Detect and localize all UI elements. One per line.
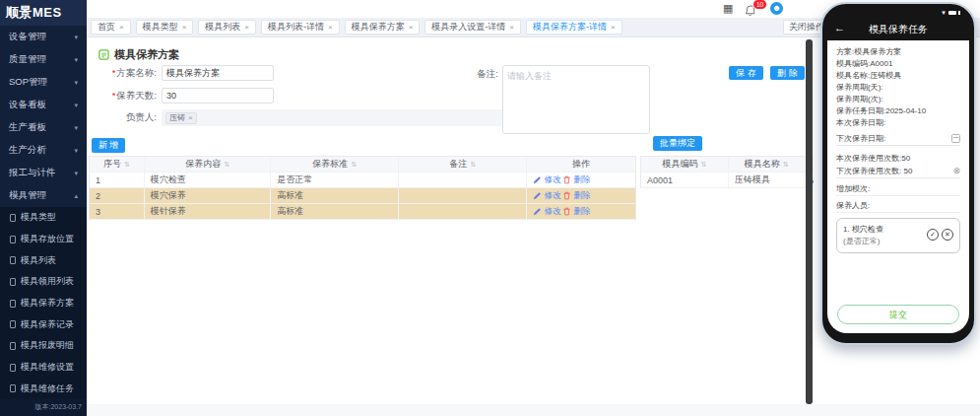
plan-name-input[interactable] [162, 65, 274, 81]
table-header-row: 序号⇅ 保养内容⇅ 保养标准⇅ 备注⇅ 操作 [90, 157, 635, 173]
tab-home[interactable]: 首页 × [91, 20, 131, 35]
tab-mold-list-detail[interactable]: 模具列表-详情 × [261, 20, 340, 35]
add-item-button[interactable]: 新增 [92, 138, 125, 153]
sidebar-item-repair-task[interactable]: 模具维修任务 [0, 379, 87, 400]
close-icon[interactable]: × [244, 23, 249, 32]
info-current-date: 本次保养日期: [836, 117, 960, 129]
trash-icon[interactable] [562, 191, 571, 200]
next-count-field[interactable]: 下次保养使用次数: 50 ⊗ [836, 165, 960, 178]
cross-circle-button[interactable]: ✕ [942, 229, 953, 241]
table-row[interactable]: 1 模穴检查 是否正常 修改 删除 [90, 173, 635, 188]
delete-link[interactable]: 删除 [573, 174, 590, 186]
edit-link[interactable]: 修改 [544, 174, 560, 186]
sidebar-group-prod-board[interactable]: 生产看板 ▾ [0, 116, 87, 139]
tab-label: 模具保养方案 [352, 21, 405, 34]
next-date-field[interactable]: 下次保养日期: [836, 132, 960, 146]
calendar-icon[interactable] [951, 134, 960, 143]
sidebar-group-equipment[interactable]: 设备管理 ▾ [0, 26, 87, 48]
sort-icon[interactable]: ⇅ [224, 161, 229, 169]
file-icon [10, 236, 16, 243]
table-row[interactable]: A0001 压铸模具 [641, 173, 814, 188]
check-circle-button[interactable]: ✓ [927, 229, 939, 241]
close-icon[interactable]: × [182, 23, 187, 32]
add-count-field[interactable]: 增加模次: [836, 182, 960, 196]
sort-icon[interactable]: ⇅ [351, 161, 357, 169]
tab-entry-setting-detail[interactable]: 模具录入设置-详情 × [425, 20, 521, 35]
col-no[interactable]: 序号⇅ [90, 157, 145, 172]
sidebar-item-mold-location[interactable]: 模具存放位置 [0, 229, 87, 250]
tab-mold-list[interactable]: 模具列表 × [198, 20, 256, 35]
edit-icon[interactable] [533, 191, 542, 200]
sort-icon[interactable]: ⇅ [470, 161, 476, 169]
col-mold-code[interactable]: 模具编码⇅ [641, 157, 729, 172]
edit-link[interactable]: 修改 [544, 206, 560, 218]
sidebar-item-mold-type[interactable]: 模具类型 [0, 207, 87, 229]
tab-maintenance-plan-detail[interactable]: 模具保养方案-详情 × [526, 20, 622, 35]
back-arrow-icon[interactable]: ← [834, 22, 845, 34]
col-content[interactable]: 保养内容⇅ [145, 157, 272, 172]
table-row[interactable]: 2 模穴保养 高标准 修改 删除 [90, 188, 635, 204]
file-icon [10, 278, 16, 286]
table-row[interactable]: 3 模针保养 高标准 修改 删除 [90, 204, 635, 220]
submit-button[interactable]: 提交 [837, 305, 959, 324]
sidebar-item-maintenance-plan[interactable]: 模具保养方案 [0, 293, 87, 314]
delete-button[interactable]: 删除 [770, 66, 805, 80]
edit-link[interactable]: 修改 [544, 190, 560, 202]
sidebar-item-mold-borrow-list[interactable]: 模具领用列表 [0, 271, 87, 293]
sidebar-submenu-mold: 模具类型 模具存放位置 模具列表 模具领用列表 模具保养方案 模具保养记录 [0, 207, 87, 399]
sidebar-item-label: 模具存放位置 [21, 233, 74, 245]
sidebar-group-equip-board[interactable]: 设备看板 ▾ [0, 94, 87, 116]
sidebar-nav: 设备管理 ▾ 质量管理 ▾ SOP管理 ▾ 设备看板 ▾ 生产看板 ▾ 生产分析… [0, 26, 87, 399]
close-icon[interactable]: × [409, 23, 414, 32]
trash-icon[interactable] [562, 207, 571, 216]
owner-tag: 压铸 × [165, 112, 197, 124]
delete-link[interactable]: 删除 [573, 190, 590, 202]
clear-circle-icon[interactable]: ⊗ [952, 167, 960, 175]
file-icon [10, 364, 16, 372]
sidebar-item-scrap-detail[interactable]: 模具报废明细 [0, 335, 87, 357]
trash-icon[interactable] [562, 175, 571, 184]
col-standard[interactable]: 保养标准⇅ [271, 157, 399, 172]
sidebar-item-mold-list[interactable]: 模具列表 [0, 249, 87, 271]
tag-remove-icon[interactable]: × [188, 113, 193, 122]
tab-maintenance-plan[interactable]: 模具保养方案 × [345, 20, 421, 35]
batch-bind-button[interactable]: 批量绑定 [653, 136, 702, 151]
owner-label: 负责人: [87, 111, 162, 124]
plan-icon [98, 49, 109, 60]
delete-link[interactable]: 删除 [573, 206, 590, 218]
sidebar-group-label: 模具管理 [9, 189, 46, 202]
next-count-wrap: 下次保养使用次数: 50 [836, 166, 912, 176]
sidebar-item-maintenance-record[interactable]: 模具保养记录 [0, 313, 87, 335]
chevron-down-icon: ▾ [74, 34, 78, 41]
close-icon[interactable]: × [509, 23, 514, 32]
save-button[interactable]: 保存 [729, 66, 763, 80]
sidebar-group-quality[interactable]: 质量管理 ▾ [0, 48, 87, 71]
avatar[interactable]: ☻ [770, 2, 783, 15]
close-icon[interactable]: × [328, 23, 333, 32]
sort-icon[interactable]: ⇅ [783, 161, 789, 169]
qr-code-icon[interactable]: ▦ [723, 2, 733, 15]
col-remark[interactable]: 备注⇅ [399, 157, 528, 172]
sidebar-group-prod-analysis[interactable]: 生产分析 ▾ [0, 139, 87, 162]
staff-field[interactable]: 保养人员: [836, 199, 960, 213]
sort-icon[interactable]: ⇅ [124, 161, 130, 169]
cycle-days-input[interactable] [162, 88, 274, 104]
next-count-label: 下次保养使用次数: [836, 167, 901, 175]
edit-icon[interactable] [533, 207, 542, 216]
sort-icon[interactable]: ⇅ [701, 161, 707, 169]
sidebar-group-label: 报工与计件 [9, 167, 56, 179]
close-icon[interactable]: × [119, 23, 124, 32]
close-icon[interactable]: × [611, 23, 616, 32]
cell-content: 模针保养 [145, 204, 272, 219]
vertical-scrollbar[interactable] [806, 39, 813, 404]
sidebar-group-report-piece[interactable]: 报工与计件 ▾ [0, 162, 87, 184]
sidebar-item-repair-setting[interactable]: 模具维修设置 [0, 357, 87, 379]
col-mold-name[interactable]: 模具名称⇅ [729, 157, 805, 172]
remark-textarea[interactable] [502, 65, 650, 134]
chevron-down-icon: ▾ [74, 124, 78, 132]
sidebar-group-mold[interactable]: 模具管理 ▴ [0, 184, 87, 207]
sidebar-group-sop[interactable]: SOP管理 ▾ [0, 71, 87, 94]
tab-mold-type[interactable]: 模具类型 × [136, 20, 194, 35]
cell-standard: 高标准 [271, 188, 399, 203]
edit-icon[interactable] [533, 175, 542, 184]
